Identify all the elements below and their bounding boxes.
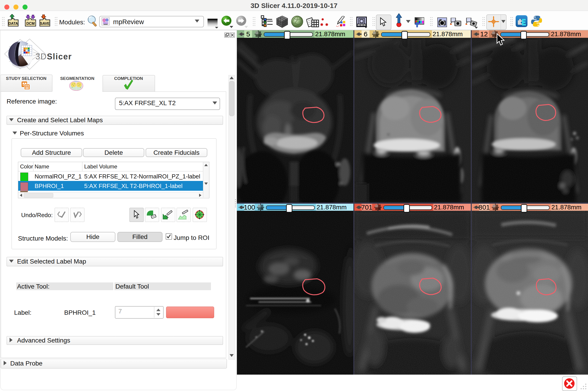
svg-text:DCM: DCM	[26, 22, 35, 25]
svg-text:DATA: DATA	[8, 22, 18, 25]
svg-text:SAVE: SAVE	[40, 22, 50, 25]
